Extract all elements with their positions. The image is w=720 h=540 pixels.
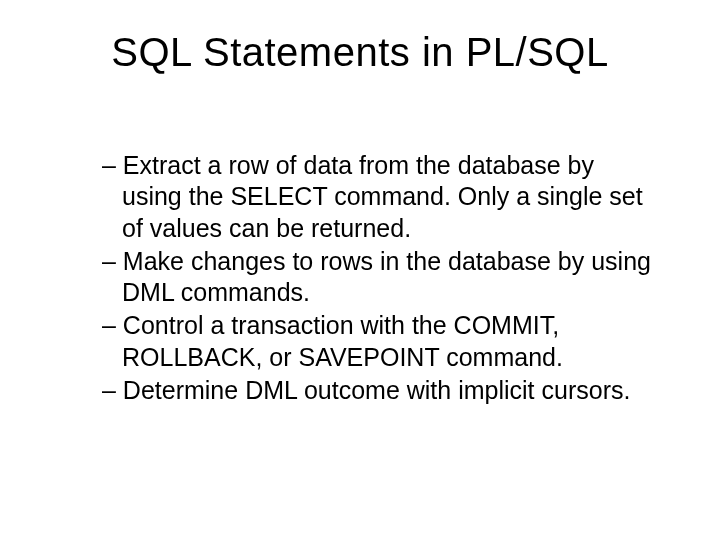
bullet-list: Extract a row of data from the database … [60,150,660,406]
slide-title: SQL Statements in PL/SQL [60,30,660,75]
bullet-item: Make changes to rows in the database by … [102,246,660,309]
bullet-item: Extract a row of data from the database … [102,150,660,244]
bullet-item: Control a transaction with the COMMIT, R… [102,310,660,373]
bullet-item: Determine DML outcome with implicit curs… [102,375,660,406]
